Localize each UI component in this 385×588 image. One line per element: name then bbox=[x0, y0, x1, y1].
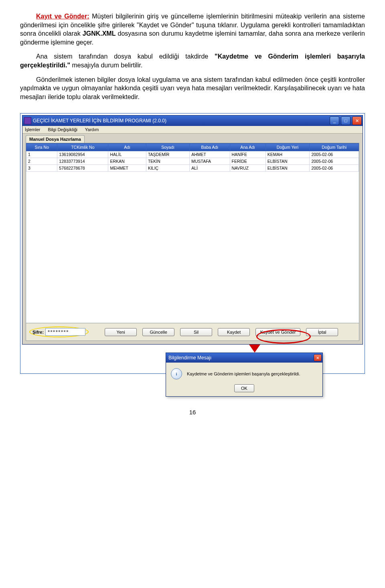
screenshot-frame: GEÇİCİ İKAMET YERLERİ İÇİN BİLDİRİM PROG… bbox=[20, 113, 365, 374]
paragraph-2: Ana sistem tarafından dosya kabul edildi… bbox=[20, 52, 365, 69]
arrow-down-icon bbox=[249, 345, 260, 353]
menu-bilgi-degisikligi[interactable]: Bilgi Değişikliği bbox=[48, 127, 77, 132]
table-row[interactable]: 357682278678MEHMETKILIÇALİNAVRUZELBİSTAN… bbox=[26, 165, 359, 172]
grid-header-row: Sıra No TCKimlik No Adı Soyadı Baba Adı … bbox=[26, 144, 359, 151]
col-soyadi[interactable]: Soyadı bbox=[146, 144, 189, 151]
grid-panel: Sıra No TCKimlik No Adı Soyadı Baba Adı … bbox=[26, 143, 359, 341]
sifre-highlight: Şifre: bbox=[29, 326, 89, 337]
dialog-body: i Kaydetme ve Gönderim işlemleri başarıy… bbox=[166, 363, 322, 396]
col-dogum-tarihi[interactable]: Doğum Tarihi bbox=[310, 144, 359, 151]
work-area: Manuel Dosya Hazırlama Sıra No TCKimlik … bbox=[22, 134, 363, 344]
tab-manuel-dosya[interactable]: Manuel Dosya Hazırlama bbox=[26, 135, 85, 143]
iptal-button[interactable]: İptal bbox=[306, 328, 338, 336]
table-row[interactable]: 113619082954HALİLTAŞDEMİRAHMETHANİFEKEMA… bbox=[26, 151, 359, 158]
menu-yardim[interactable]: Yardım bbox=[85, 127, 99, 132]
col-tc[interactable]: TCKimlik No bbox=[57, 144, 108, 151]
paragraph-1: Kayıt ve Gönder: Müşteri bilgilerinin gi… bbox=[20, 12, 365, 47]
kaydet-ve-gonder-button[interactable]: Kaydet ve Gönder bbox=[255, 328, 300, 336]
col-adi[interactable]: Adı bbox=[108, 144, 146, 151]
section-heading: Kayıt ve Gönder: bbox=[36, 13, 89, 20]
data-grid[interactable]: Sıra No TCKimlik No Adı Soyadı Baba Adı … bbox=[26, 143, 359, 172]
dialog-titlebar: Bilgilendirme Mesajı ✕ bbox=[166, 353, 322, 363]
yeni-button[interactable]: Yeni bbox=[105, 328, 137, 336]
bottom-toolbar: Şifre: Yeni Güncelle Sil Kaydet Kaydet v… bbox=[26, 323, 359, 341]
dialog-message: Kaydetme ve Gönderim işlemleri başarıyla… bbox=[187, 371, 300, 376]
p1-bold: JGNK.XML bbox=[83, 30, 116, 37]
sifre-input[interactable] bbox=[45, 328, 85, 336]
menu-bar: İşlemler Bilgi Değişikliği Yardım bbox=[22, 126, 363, 134]
dialog-close-button[interactable]: ✕ bbox=[314, 354, 322, 361]
col-dogum-yeri[interactable]: Doğum Yeri bbox=[265, 144, 310, 151]
menu-islemler[interactable]: İşlemler bbox=[25, 127, 41, 132]
table-row[interactable]: 212833773914ERKANTEKİNMUSTAFAFERİDEELBİS… bbox=[26, 158, 359, 165]
page-number: 16 bbox=[20, 409, 365, 416]
p2-text-a: Ana sistem tarafından dosya kabul edildi… bbox=[36, 53, 215, 60]
guncelle-button[interactable]: Güncelle bbox=[142, 328, 174, 336]
maximize-button[interactable]: □ bbox=[341, 116, 351, 125]
dialog-title: Bilgilendirme Mesajı bbox=[168, 355, 211, 361]
app-icon bbox=[24, 117, 31, 124]
window-title: GEÇİCİ İKAMET YERLERİ İÇİN BİLDİRİM PROG… bbox=[33, 118, 166, 124]
ok-button[interactable]: OK bbox=[234, 384, 254, 392]
p2-text-b: mesajıyla durum belirtilir. bbox=[70, 62, 143, 69]
sifre-label: Şifre: bbox=[32, 330, 44, 335]
sil-button[interactable]: Sil bbox=[180, 328, 212, 336]
paragraph-3: Gönderilmek istenen bilgiler dosya lokal… bbox=[20, 75, 365, 101]
info-dialog: Bilgilendirme Mesajı ✕ i Kaydetme ve Gön… bbox=[166, 353, 323, 397]
minimize-button[interactable]: _ bbox=[330, 116, 339, 125]
info-icon: i bbox=[171, 368, 182, 379]
window-titlebar: GEÇİCİ İKAMET YERLERİ İÇİN BİLDİRİM PROG… bbox=[22, 116, 363, 126]
app-window: GEÇİCİ İKAMET YERLERİ İÇİN BİLDİRİM PROG… bbox=[22, 115, 363, 345]
col-ana[interactable]: Ana Adı bbox=[230, 144, 265, 151]
col-sira[interactable]: Sıra No bbox=[26, 144, 57, 151]
kaydet-button[interactable]: Kaydet bbox=[218, 328, 250, 336]
col-baba[interactable]: Baba Adı bbox=[190, 144, 230, 151]
close-button[interactable]: ✕ bbox=[352, 116, 362, 125]
